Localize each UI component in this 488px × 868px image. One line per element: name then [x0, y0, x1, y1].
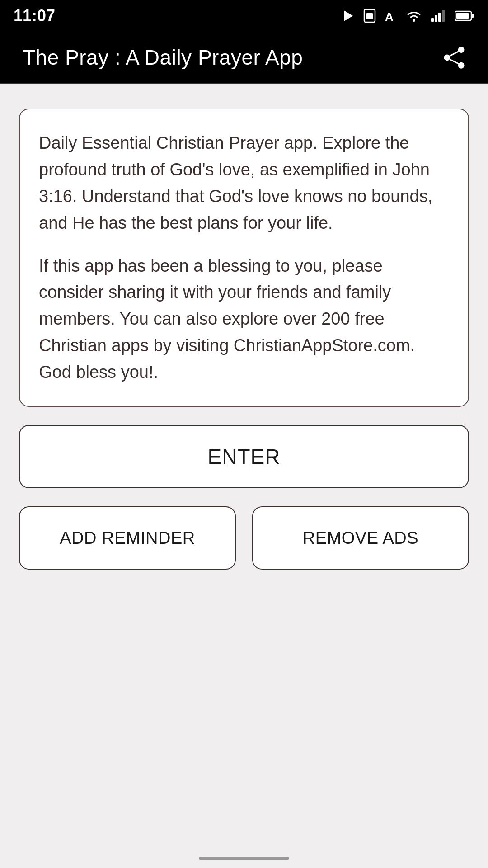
battery-icon — [455, 9, 474, 22]
bottom-buttons-row: ADD REMINDER REMOVE ADS — [19, 506, 469, 570]
app-header: The Pray : A Daily Prayer App — [0, 32, 488, 84]
play-icon — [342, 9, 355, 23]
enter-button[interactable]: ENTER — [19, 425, 469, 488]
add-reminder-label: ADD REMINDER — [60, 528, 195, 548]
svg-line-14 — [450, 52, 458, 56]
svg-rect-6 — [438, 13, 441, 22]
svg-text:A: A — [385, 10, 394, 23]
remove-ads-label: REMOVE ADS — [303, 528, 418, 548]
svg-line-15 — [450, 60, 458, 64]
wifi-icon — [406, 9, 422, 23]
sim-icon — [363, 9, 376, 23]
svg-rect-5 — [435, 15, 437, 22]
description-paragraph-1: Daily Essential Christian Prayer app. Ex… — [39, 130, 449, 236]
description-box: Daily Essential Christian Prayer app. Ex… — [19, 108, 469, 407]
share-button[interactable] — [438, 42, 470, 73]
svg-rect-9 — [471, 14, 474, 18]
signal-icon — [430, 9, 446, 23]
share-icon — [442, 46, 466, 69]
svg-rect-7 — [442, 10, 445, 22]
home-indicator — [199, 857, 289, 860]
main-content: Daily Essential Christian Prayer app. Ex… — [0, 84, 488, 588]
status-bar: 11:07 A — [0, 0, 488, 32]
status-time: 11:07 — [14, 6, 55, 25]
font-icon: A — [384, 9, 398, 23]
svg-point-3 — [413, 19, 415, 22]
description-text: Daily Essential Christian Prayer app. Ex… — [39, 130, 449, 386]
svg-point-13 — [458, 62, 465, 69]
svg-rect-1 — [366, 13, 373, 19]
add-reminder-button[interactable]: ADD REMINDER — [19, 506, 236, 570]
svg-point-12 — [444, 55, 450, 61]
description-paragraph-2: If this app has been a blessing to you, … — [39, 253, 449, 386]
svg-point-11 — [458, 47, 465, 53]
status-icons: A — [342, 9, 474, 23]
svg-rect-4 — [431, 18, 434, 22]
enter-button-label: ENTER — [208, 444, 281, 469]
svg-rect-10 — [456, 13, 469, 19]
app-title: The Pray : A Daily Prayer App — [23, 45, 303, 70]
remove-ads-button[interactable]: REMOVE ADS — [252, 506, 469, 570]
